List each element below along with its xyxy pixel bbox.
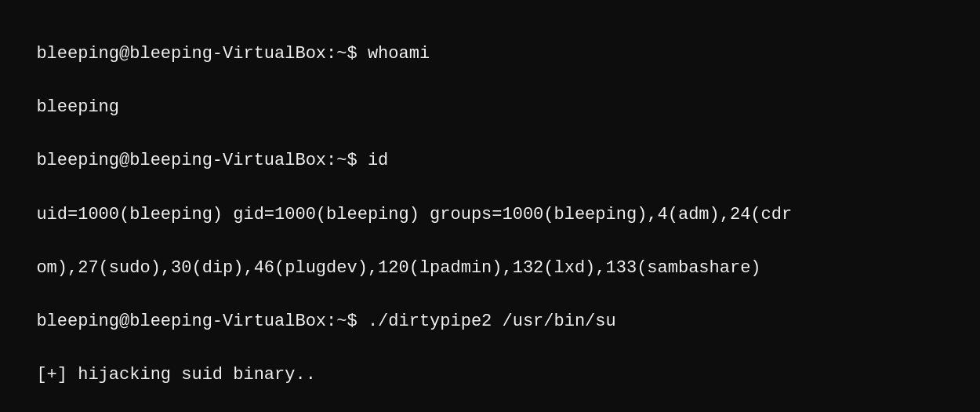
terminal-window[interactable]: bleeping@bleeping-VirtualBox:~$ whoami b… xyxy=(0,0,980,412)
terminal-line-1: bleeping@bleeping-VirtualBox:~$ whoami xyxy=(36,44,430,64)
terminal-line-3: bleeping@bleeping-VirtualBox:~$ id xyxy=(36,151,388,170)
terminal-line-2: bleeping xyxy=(36,97,119,117)
terminal-line-6: bleeping@bleeping-VirtualBox:~$ ./dirtyp… xyxy=(36,312,615,331)
terminal-line-4: uid=1000(bleeping) gid=1000(bleeping) gr… xyxy=(36,205,792,224)
terminal-line-5: om),27(sudo),30(dip),46(plugdev),120(lpa… xyxy=(36,258,760,278)
terminal-line-7: [+] hijacking suid binary.. xyxy=(36,365,315,385)
